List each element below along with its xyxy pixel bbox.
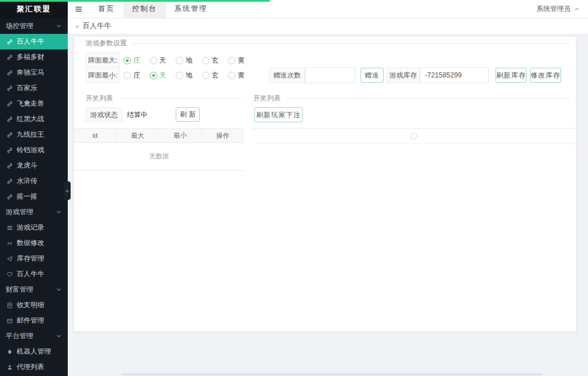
sidebar-item-19[interactable]: 邮件管理 — [0, 313, 68, 328]
game-status-value[interactable]: 结算中 — [127, 107, 148, 122]
sidebar-item-18[interactable]: 收支明细 — [0, 297, 68, 313]
sidebar-item-10[interactable]: 水浒传 — [0, 173, 68, 189]
radio-option[interactable]: 天 — [150, 71, 176, 80]
sidebar-item-7[interactable]: 九线拉王 — [0, 127, 68, 142]
radio-icon — [150, 57, 157, 64]
sidebar-item-label: 数据修改 — [17, 238, 44, 248]
sidebar-item-6[interactable]: 红黑大战 — [0, 111, 68, 127]
robot-icon — [6, 348, 13, 355]
card-min-label: 牌面最小: — [86, 67, 120, 83]
game-stock-input[interactable] — [420, 67, 489, 83]
modify-stock-button[interactable]: 修改库存 — [530, 68, 561, 83]
radio-option[interactable]: 玄 — [202, 71, 229, 80]
col-id: id — [74, 129, 117, 142]
sidebar-item-4[interactable]: 百家乐 — [0, 80, 68, 96]
tab-home[interactable]: 首页 — [90, 0, 123, 18]
sidebar-item-5[interactable]: 飞禽走兽 — [0, 96, 68, 111]
lottery-table: id 最大 最小 操作 无数据 — [74, 128, 244, 170]
link-icon — [6, 100, 13, 107]
sidebar-section-12[interactable]: 游戏管理 — [0, 204, 68, 220]
sidebar-item-22[interactable]: 代理列表 — [0, 359, 68, 375]
user-menu[interactable]: 系统管理员 — [536, 0, 588, 18]
chevron-up-icon — [574, 6, 580, 12]
radio-icon — [176, 72, 183, 79]
sidebar-item-label: 库存管理 — [17, 254, 44, 263]
sidebar-item-21[interactable]: 机器人管理 — [0, 344, 68, 359]
radio-icon — [176, 57, 183, 64]
sidebar-item-label: 收支明细 — [17, 300, 44, 310]
sidebar-item-1[interactable]: 百人牛牛 — [0, 34, 68, 49]
sidebar-item-15[interactable]: 库存管理 — [0, 251, 68, 266]
sidebar-item-label: 场控管理 — [6, 21, 33, 31]
chevron-down-icon — [56, 286, 62, 293]
main-content: 游戏参数设置 牌面最大: 庄 天 地 玄 黄 牌面最小: 庄 天 地 玄 黄 赠… — [68, 34, 588, 376]
sidebar-item-label: 飞禽走兽 — [17, 99, 44, 108]
radio-option[interactable]: 地 — [176, 71, 202, 80]
gift-button[interactable]: 赠送 — [361, 68, 384, 83]
radio-option[interactable]: 庄 — [123, 56, 150, 65]
sidebar-item-14[interactable]: 数据修改 — [0, 235, 68, 251]
game-stock-label: 游戏库存 — [386, 67, 420, 83]
radio-option[interactable]: 黄 — [228, 56, 254, 65]
link-icon — [6, 177, 13, 185]
loading-spinner-icon — [409, 131, 419, 141]
page: 聚汇联盟 场控管理 百人牛牛 多福多财 奔驰宝马 百家乐 飞禽走兽 — [0, 0, 588, 376]
link-icon — [6, 38, 13, 45]
refresh-stock-button[interactable]: 刷新库存 — [496, 68, 527, 83]
sidebar-item-label: 水浒传 — [17, 176, 37, 186]
radio-option[interactable]: 玄 — [202, 56, 229, 65]
link-icon — [6, 193, 13, 200]
refresh-button[interactable]: 刷新 — [176, 107, 200, 122]
sidebar-item-label: 红黑大战 — [17, 114, 44, 124]
radio-option[interactable]: 黄 — [228, 71, 254, 80]
sidebar-item-label: 奔驰宝马 — [17, 68, 44, 77]
col-max: 最大 — [117, 129, 159, 142]
list-icon — [6, 224, 13, 231]
sidebar-item-8[interactable]: 铃铛游戏 — [0, 142, 68, 158]
radio-option[interactable]: 庄 — [123, 71, 150, 80]
link-icon — [6, 131, 13, 138]
sidebar-item-label: 邮件管理 — [17, 316, 44, 325]
sidebar-item-3[interactable]: 奔驰宝马 — [0, 65, 68, 80]
tab-system[interactable]: 系统管理 — [166, 0, 216, 18]
sidebar-item-label: 铃铛游戏 — [17, 145, 44, 155]
sidebar-item-label: 龙虎斗 — [17, 161, 37, 170]
sidebar-section-20[interactable]: 平台管理 — [0, 328, 68, 344]
radio-icon — [123, 57, 131, 64]
sidebar-item-13[interactable]: 游戏记录 — [0, 220, 68, 235]
radio-icon — [123, 72, 131, 79]
card-min-radio-group: 庄 天 地 玄 黄 — [123, 67, 254, 83]
hamburger-icon[interactable] — [68, 0, 90, 18]
sidebar-item-label: 百家乐 — [17, 83, 37, 93]
breadcrumb: » 百人牛牛 — [68, 18, 588, 34]
sidebar-item-label: 摇一摇 — [17, 192, 37, 201]
gift-count-label: 赠送次数 — [269, 67, 305, 83]
radio-option[interactable]: 天 — [150, 56, 176, 65]
sidebar-section-0[interactable]: 场控管理 — [0, 18, 68, 34]
sidebar-item-label: 百人牛牛 — [17, 269, 44, 279]
radio-icon — [228, 72, 235, 79]
sidebar-collapse-handle[interactable]: « — [64, 181, 71, 200]
lottery-right-title: 开奖列表 — [253, 94, 287, 103]
refresh-player-bets-button[interactable]: 刷新玩家下注 — [254, 107, 303, 122]
link-icon — [6, 53, 13, 61]
breadcrumb-prefix: » — [75, 22, 79, 30]
lottery-table-header: id 最大 最小 操作 — [74, 128, 244, 143]
sidebar-item-label: 游戏记录 — [17, 223, 44, 232]
radio-option[interactable]: 地 — [176, 56, 202, 65]
horizontal-scrollbar-thumb[interactable] — [121, 373, 543, 375]
sidebar-item-label: 九线拉王 — [17, 130, 44, 139]
top-navbar: 首页 控制台 系统管理 系统管理员 — [68, 0, 588, 18]
sidebar-item-9[interactable]: 龙虎斗 — [0, 158, 68, 173]
chevron-down-icon — [56, 23, 62, 29]
sidebar-item-16[interactable]: 百人牛牛 — [0, 266, 68, 282]
sidebar-menu: 场控管理 百人牛牛 多福多财 奔驰宝马 百家乐 飞禽走兽 红黑大战 — [0, 18, 68, 375]
lottery-left-title: 开奖列表 — [86, 94, 119, 103]
gift-count-input[interactable] — [305, 67, 355, 83]
tab-console[interactable]: 控制台 — [123, 0, 166, 18]
sidebar-item-11[interactable]: 摇一摇 — [0, 189, 68, 204]
chevron-down-icon — [56, 209, 62, 215]
sidebar-item-2[interactable]: 多福多财 — [0, 49, 68, 65]
user-name: 系统管理员 — [536, 4, 571, 14]
sidebar-section-17[interactable]: 财富管理 — [0, 282, 68, 297]
